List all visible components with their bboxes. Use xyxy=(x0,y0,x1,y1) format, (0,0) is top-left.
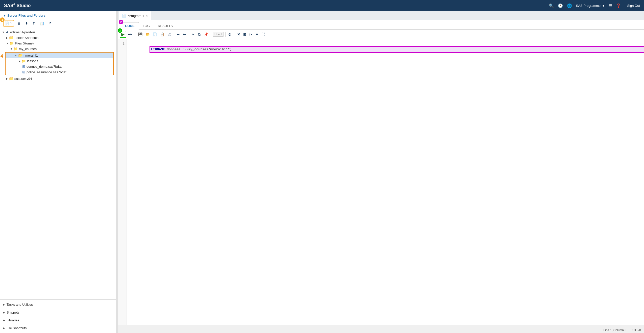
datafile-icon-police: ⊞ xyxy=(22,70,25,74)
signout-button[interactable]: Sign Out xyxy=(627,4,640,8)
tree-label-files-home: Files (Home) xyxy=(15,41,34,45)
tree-arrow-my-courses: ▼ xyxy=(10,47,13,50)
line-number-1: 1 xyxy=(118,41,127,47)
upload-button[interactable]: ⬆ xyxy=(31,20,37,26)
undo-button[interactable]: ↩ xyxy=(176,32,181,37)
tree-item-folder-shortcuts[interactable]: ▶ 📁 Folder Shortcuts xyxy=(0,35,116,40)
code-tab-log-label: LOG xyxy=(143,24,150,28)
horizontal-scrollbar[interactable] xyxy=(118,325,644,327)
server-icon: 🖥 xyxy=(5,30,9,34)
orange-highlight-group: 4 ▼ 📁 nmeraihi1 ▶ 📁 lessons xyxy=(0,52,116,75)
toolbar-separator-5 xyxy=(225,32,226,37)
history-icon[interactable]: 🕐 xyxy=(558,3,563,8)
user-name: SAS Programmer xyxy=(576,4,602,8)
expand-all-button[interactable]: ⛶ xyxy=(260,32,266,37)
tree-arrow-nmeraihi1: ▼ xyxy=(15,54,17,57)
toolbar-separator-3 xyxy=(189,32,189,37)
new-file-btn-wrapper: 1 📄↑ ▾ xyxy=(3,20,14,27)
status-bar: Line 1, Column 3 UTF-8 xyxy=(118,327,644,333)
line-number-indicator: Line # xyxy=(213,32,224,37)
column-view-button[interactable]: ⊞ xyxy=(242,32,247,37)
folder-icon-home: 📁 xyxy=(9,41,14,45)
tree-item-lessons[interactable]: ▶ 📁 lessons xyxy=(6,58,113,64)
sidebar-toolbar: 1 📄↑ ▾ 🗑 ⬇ ⬆ 📊 ↺ xyxy=(0,19,116,28)
help-icon[interactable]: ❓ xyxy=(616,3,621,8)
refresh-button[interactable]: ↺ xyxy=(47,20,53,26)
snippets-label: Snippets xyxy=(7,311,19,314)
user-menu[interactable]: SAS Programmer ▾ xyxy=(576,4,605,8)
program-tab[interactable]: 📄 *Program 1 ✕ xyxy=(119,11,151,20)
tree-item-odaws01[interactable]: ▼ 🖥 odaws01-prod-us xyxy=(0,29,116,35)
app-title: SAS® Studio xyxy=(4,3,31,8)
tree-item-nmeraihi1[interactable]: ▼ 📁 nmeraihi1 xyxy=(6,53,113,58)
save-button[interactable]: 💾 xyxy=(137,32,144,37)
folder-icon-my-courses: 📁 xyxy=(13,47,18,51)
code-editor[interactable]: 1 LIBNAME donnees "~/my_courses/nmeraihi… xyxy=(118,39,644,325)
file-shortcuts-label: File Shortcuts xyxy=(7,326,27,330)
paste-button[interactable]: 📌 xyxy=(203,32,209,37)
folder-icon-sasuser: 📁 xyxy=(9,77,13,81)
sidebar-header[interactable]: ▼ Server Files and Folders xyxy=(0,11,116,19)
sidebar-section-snippets[interactable]: ▶ Snippets xyxy=(0,308,116,316)
user-dropdown-icon: ▾ xyxy=(603,4,604,8)
redo-button[interactable]: ↪ xyxy=(182,32,187,37)
toolbar-separator-6 xyxy=(234,32,234,37)
sidebar-title: Server Files and Folders xyxy=(7,14,45,17)
app-logo: SAS® Studio xyxy=(4,3,31,8)
folder-icon-lessons: 📁 xyxy=(21,59,26,63)
tab-bar: 📄 *Program 1 ✕ xyxy=(118,11,644,20)
line-numbers: 1 xyxy=(118,39,127,325)
new-prog-button[interactable]: 📄 xyxy=(152,32,158,37)
code-tab-code[interactable]: CODE xyxy=(121,22,139,30)
sidebar-section-file-shortcuts[interactable]: ▶ File Shortcuts xyxy=(0,324,116,332)
stop-button[interactable]: ⊙ xyxy=(227,32,233,37)
print-button[interactable]: 🖨 xyxy=(166,32,172,37)
search-icon[interactable]: 🔍 xyxy=(549,3,554,8)
tasks-label: Tasks and Utilities xyxy=(7,303,33,306)
arrow-tasks: ▶ xyxy=(3,303,5,306)
format-button[interactable]: ≡ xyxy=(254,32,260,37)
tree-item-sasuser[interactable]: ▶ 📁 sasuser.v94 xyxy=(0,76,116,81)
tree-label-nmeraihi1: nmeraihi1 xyxy=(23,54,38,57)
run-btn-wrapper: 3 ▶ xyxy=(120,31,126,38)
code-content[interactable]: LIBNAME donnees "~/my_courses/nmeraihi1"… xyxy=(127,39,644,325)
tree-item-donnes-demo[interactable]: ⊞ donnes_demo.sas7bdat xyxy=(6,64,113,69)
clear-log-button[interactable]: ✖ xyxy=(236,32,241,37)
tree-label-my-courses: my_courses xyxy=(19,47,37,51)
toolbar-separator-2 xyxy=(174,32,174,37)
program-tab-close[interactable]: ✕ xyxy=(146,14,148,17)
indent-button[interactable]: ⊳ xyxy=(248,32,254,37)
cut-button[interactable]: ✂ xyxy=(190,32,196,37)
tree-label-odaws01: odaws01-prod-us xyxy=(10,30,35,34)
toolbar-separator-1 xyxy=(135,32,135,37)
undo-dropdown-button[interactable]: ↩▾ xyxy=(127,32,134,37)
code-line-1: LIBNAME donnees "~/my_courses/nmeraihi1"… xyxy=(130,41,641,58)
download-button[interactable]: ⬇ xyxy=(24,20,29,26)
sidebar-section-libraries[interactable]: ▶ Libraries xyxy=(0,316,116,324)
new-tab-button[interactable]: 📋 xyxy=(159,32,166,37)
new-file-button[interactable]: 📄↑ ▾ xyxy=(3,20,14,27)
tree-label-donnes-demo: donnes_demo.sas7bdat xyxy=(27,65,62,68)
program-tab-label: *Program 1 xyxy=(128,14,144,18)
folder-icon-nmeraihi1: 📁 xyxy=(18,53,22,57)
code-tab-results[interactable]: RESULTS xyxy=(154,22,177,30)
copy-button[interactable]: ⧉ xyxy=(196,32,202,37)
globe-icon[interactable]: 🌐 xyxy=(567,3,572,8)
top-navigation: SAS® Studio 🔍 🕐 🌐 SAS Programmer ▾ ☰ ❓ S… xyxy=(0,0,644,11)
sidebar-section-tasks[interactable]: ▶ Tasks and Utilities xyxy=(0,301,116,308)
code-tab-bar: 2 CODE LOG RESULTS xyxy=(118,20,644,30)
tree-item-police-assurance[interactable]: ⊞ police_assurance.sas7bdat xyxy=(6,69,113,75)
main-content: ▼ Server Files and Folders 1 📄↑ ▾ 🗑 ⬇ ⬆ … xyxy=(0,11,644,333)
code-tab-results-label: RESULTS xyxy=(158,24,173,28)
tree-item-my-courses[interactable]: ▼ 📁 my_courses xyxy=(0,46,116,52)
new-file-dropdown-icon: ▾ xyxy=(11,22,13,25)
delete-button[interactable]: 🗑 xyxy=(16,21,22,26)
open-file-button[interactable]: 📂 xyxy=(144,32,151,37)
menu-icon[interactable]: ☰ xyxy=(608,3,612,8)
tree-item-files-home[interactable]: ▼ 📁 Files (Home) xyxy=(0,40,116,46)
properties-button[interactable]: 📊 xyxy=(39,20,45,26)
tree-label-sasuser: sasuser.v94 xyxy=(14,77,32,81)
code-tab-log[interactable]: LOG xyxy=(139,22,154,30)
badge-2: 2 xyxy=(119,20,123,24)
sidebar-collapse-icon: ▼ xyxy=(3,14,6,17)
